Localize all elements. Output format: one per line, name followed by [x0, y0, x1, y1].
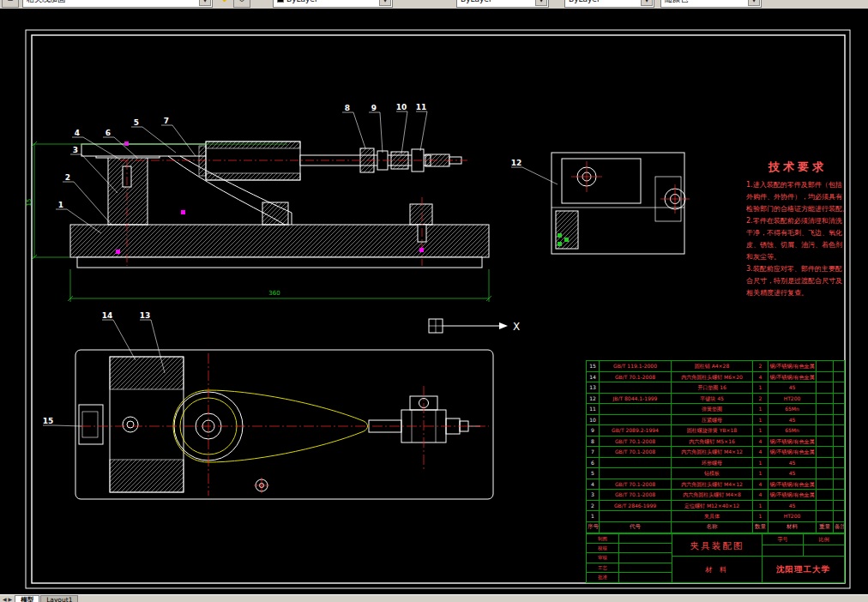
bom-cell — [817, 394, 834, 405]
bom-cell: 压紧螺母 — [672, 415, 753, 426]
bom-item-row: 15GB/T 119.1-2000圆柱销 A4×282钢/不锈钢/有色金属 — [587, 361, 844, 372]
title-block-signature-row: 工艺 — [587, 563, 672, 573]
drawing-title: 夹具装配图 — [672, 534, 762, 557]
bom-cell — [817, 501, 834, 512]
signature-label: 审核 — [587, 553, 619, 563]
chevron-down-icon[interactable]: ▼ — [199, 0, 211, 6]
lineweight-dropdown[interactable]: ByLayer ▼ — [564, 0, 654, 8]
bom-cell — [817, 382, 834, 394]
bom-cell: 15 — [587, 361, 600, 372]
axis-indicator — [429, 319, 508, 333]
bom-cell — [600, 415, 672, 426]
bom-cell: 钢/不锈钢/有色金属 — [769, 490, 817, 501]
bom-cell: 1 — [753, 511, 769, 522]
tech-requirement-line: 2.零件在装配前必须清理和清洗 — [746, 215, 849, 227]
color-dropdown[interactable]: ByLayer ▼ — [273, 0, 393, 8]
bom-item-row: 5钻模板145 — [587, 468, 844, 479]
organization-name: 沈阳理工大学 — [763, 557, 844, 582]
bom-cell: 代号 — [600, 522, 672, 533]
chevron-down-icon[interactable]: ▼ — [641, 0, 653, 6]
bom-cell: 65Mn — [769, 404, 817, 415]
chevron-down-icon[interactable]: ▼ — [379, 0, 391, 6]
tab-nav-arrows-icon[interactable]: ◀ ▶ — [0, 595, 15, 602]
bom-item-row: 13开口垫圈 16145 — [587, 382, 844, 394]
bom-cell: 10 — [587, 415, 600, 426]
bom-cell — [834, 458, 844, 469]
callout-leader-line — [380, 112, 383, 153]
bom-cell — [817, 479, 834, 491]
bom-cell: 定位螺钉 M12×40×12 — [672, 501, 753, 512]
technical-requirements: 技术要求 1.进入装配的零件及部件（包括外购件、外协件），均必须具有检验部门的合… — [746, 160, 849, 299]
material-label: 材 料 — [672, 557, 762, 582]
bom-cell: 备注 — [834, 522, 844, 533]
bom-cell: HT200 — [769, 511, 817, 522]
make-current-icon[interactable]: ◆ — [216, 0, 233, 8]
bom-cell: 6 — [587, 458, 600, 469]
bom-cell — [834, 404, 844, 415]
bom-cell — [817, 425, 834, 436]
title-block-signature-row: 审核 — [587, 553, 672, 563]
drawing-canvas[interactable]: 360 15 — [0, 9, 868, 594]
properties-toolbar: ≡ 相关线加固 ▼ ◆ ↺ ByLayer ▼ ByLayer ▼ ByLaye… — [0, 0, 868, 9]
bom-cell: 钢/不锈钢/有色金属 — [769, 372, 817, 383]
bom-cell: 4 — [587, 479, 600, 491]
title-block-right: 字号 比例 沈阳理工大学 — [763, 534, 844, 582]
bom-cell: 弹簧垫圈 — [672, 404, 753, 415]
bom-item-row: 4GB/T 70.1-2008内六角圆柱头螺钉 M4×124钢/不锈钢/有色金属 — [587, 479, 844, 491]
bom-cell — [834, 415, 844, 426]
bom-cell — [600, 404, 672, 415]
bom-cell — [834, 382, 844, 394]
bom-cell: 序号 — [587, 522, 600, 533]
bom-item-row: 14GB/T 70.1-2008内六角圆柱头螺钉 M6×204钢/不锈钢/有色金… — [587, 372, 844, 383]
bom-cell — [817, 372, 834, 383]
bom-cell: 45 — [769, 501, 817, 512]
layer-previous-icon[interactable]: ↺ — [233, 0, 250, 8]
tab-model[interactable]: 模型 — [15, 595, 39, 602]
tech-requirement-line: 检验部门的合格证方能进行装配。 — [746, 203, 849, 215]
tech-requirement-line: 干净，不得有毛刺、飞边、氧化 — [746, 227, 849, 239]
chevron-down-icon[interactable]: ▼ — [748, 0, 760, 6]
bom-cell: 4 — [753, 436, 769, 448]
bom-cell — [834, 425, 844, 436]
sheet-cell — [763, 545, 804, 556]
callout-number: 10 — [396, 103, 407, 111]
tech-requirement-line: 1.进入装配的零件及部件（包括 — [746, 179, 849, 191]
bom-cell: 45 — [769, 458, 817, 469]
bom-cell: 环形螺母 — [672, 458, 753, 469]
bom-cell: 12 — [587, 394, 600, 405]
title-block: 制图校核审核工艺批准 夹具装配图 材 料 字号 比例 沈阳理工大学 — [586, 533, 845, 583]
layout-tab-bar: ◀ ▶ 模型 Layout1 — [0, 594, 868, 602]
bom-cell — [834, 372, 844, 383]
bom-cell: 1 — [753, 468, 769, 479]
bom-cell: 夹具体 — [672, 511, 753, 522]
bom-cell: 13 — [587, 382, 600, 394]
axis-x-label: X — [513, 321, 520, 333]
bom-cell: 圆柱螺旋弹簧 YB×18 — [672, 425, 753, 436]
sheet-cell — [804, 545, 844, 556]
linetype-dropdown[interactable]: ByLayer ▼ — [456, 0, 549, 8]
bom-cell: 钢/不锈钢/有色金属 — [769, 479, 817, 491]
bom-cell — [600, 382, 672, 394]
bom-cell — [834, 490, 844, 501]
bom-cell: 内六角圆柱头螺钉 M4×12 — [672, 447, 753, 458]
bom-cell — [834, 394, 844, 405]
tech-requirement-line: 合尺寸，特别是过渡配合尺寸及 — [746, 275, 849, 287]
layers-icon[interactable]: ≡ — [2, 0, 19, 8]
tab-layout1[interactable]: Layout1 — [40, 595, 78, 602]
bom-cell: 1 — [753, 458, 769, 469]
callout-number: 9 — [371, 104, 377, 112]
callout-number: 11 — [416, 103, 427, 111]
plotstyle-dropdown[interactable]: 随颜色 ▼ — [660, 0, 762, 8]
bom-cell: 钢/不锈钢/有色金属 — [769, 447, 817, 458]
chevron-down-icon[interactable]: ▼ — [535, 0, 547, 6]
bom-cell: 11 — [587, 404, 600, 415]
bom-cell: 3 — [587, 490, 600, 501]
bom-cell: GB/T 2089.2-1994 — [600, 425, 672, 436]
layer-dropdown[interactable]: 相关线加固 ▼ — [22, 0, 213, 8]
callout-number: 13 — [140, 311, 151, 320]
bom-cell: GB/T 70.1-2008 — [600, 479, 672, 491]
callout-number: 2 — [65, 173, 70, 182]
bom-cell — [600, 468, 672, 479]
title-block-center: 夹具装配图 材 料 — [672, 534, 763, 582]
callout-leader-line — [353, 112, 365, 148]
